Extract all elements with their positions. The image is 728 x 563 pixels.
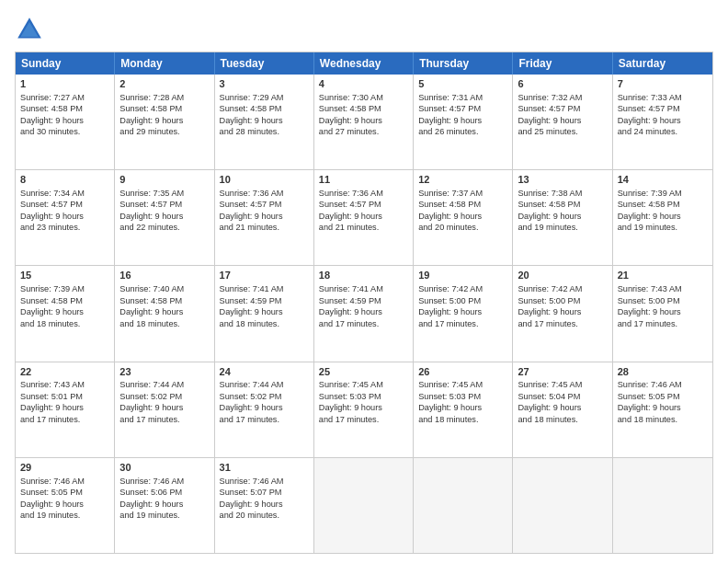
day-info-line: Sunset: 4:58 PM <box>319 103 408 114</box>
calendar-cell-10: 10Sunrise: 7:36 AMSunset: 4:57 PMDayligh… <box>215 170 314 265</box>
day-info-line: Daylight: 9 hours <box>20 402 109 413</box>
day-info-line: and 28 minutes. <box>220 126 309 137</box>
day-number: 28 <box>618 365 708 379</box>
day-info-line: Sunrise: 7:44 AM <box>220 379 309 390</box>
day-info-line: Daylight: 9 hours <box>418 211 507 222</box>
calendar-row-4: 22Sunrise: 7:43 AMSunset: 5:01 PMDayligh… <box>16 362 712 457</box>
day-number: 5 <box>418 77 507 91</box>
calendar-cell-26: 26Sunrise: 7:45 AMSunset: 5:03 PMDayligh… <box>414 362 513 457</box>
calendar-body: 1Sunrise: 7:27 AMSunset: 4:58 PMDaylight… <box>16 75 712 553</box>
weekday-header-thursday: Thursday <box>414 52 513 75</box>
day-number: 1 <box>20 77 109 91</box>
day-info-line: and 17 minutes. <box>220 414 309 425</box>
calendar-cell-empty <box>513 458 612 553</box>
calendar-row-3: 15Sunrise: 7:39 AMSunset: 4:58 PMDayligh… <box>16 265 712 361</box>
day-number: 14 <box>618 173 708 187</box>
day-number: 24 <box>220 365 309 379</box>
day-info-line: Daylight: 9 hours <box>518 115 607 126</box>
calendar-cell-19: 19Sunrise: 7:42 AMSunset: 5:00 PMDayligh… <box>414 266 513 361</box>
day-info-line: Daylight: 9 hours <box>119 211 209 222</box>
calendar-cell-25: 25Sunrise: 7:45 AMSunset: 5:03 PMDayligh… <box>314 362 414 457</box>
calendar-cell-31: 31Sunrise: 7:46 AMSunset: 5:07 PMDayligh… <box>215 458 314 553</box>
day-info-line: Sunset: 5:00 PM <box>518 295 607 306</box>
day-info-line: Sunrise: 7:30 AM <box>319 92 408 103</box>
day-info-line: Daylight: 9 hours <box>319 306 408 317</box>
day-info-line: Sunset: 4:58 PM <box>119 103 209 114</box>
calendar-cell-8: 8Sunrise: 7:34 AMSunset: 4:57 PMDaylight… <box>16 170 115 265</box>
day-info-line: Sunset: 4:58 PM <box>220 103 309 114</box>
day-info-line: Sunset: 5:00 PM <box>418 295 507 306</box>
day-number: 7 <box>618 77 708 91</box>
day-info-line: Sunrise: 7:45 AM <box>418 379 507 390</box>
day-number: 25 <box>319 365 408 379</box>
day-info-line: Daylight: 9 hours <box>220 306 309 317</box>
day-info-line: Daylight: 9 hours <box>220 115 309 126</box>
calendar-cell-23: 23Sunrise: 7:44 AMSunset: 5:02 PMDayligh… <box>115 362 214 457</box>
day-info-line: Daylight: 9 hours <box>220 211 309 222</box>
day-info-line: Daylight: 9 hours <box>319 115 408 126</box>
weekday-header-wednesday: Wednesday <box>314 52 414 75</box>
day-info-line: Daylight: 9 hours <box>319 211 408 222</box>
day-info-line: Sunrise: 7:34 AM <box>20 188 109 199</box>
day-number: 23 <box>119 365 209 379</box>
day-info-line: Daylight: 9 hours <box>618 211 708 222</box>
calendar-cell-5: 5Sunrise: 7:31 AMSunset: 4:57 PMDaylight… <box>414 75 513 169</box>
day-info-line: Sunrise: 7:41 AM <box>220 283 309 294</box>
day-info-line: Sunset: 4:58 PM <box>20 295 109 306</box>
day-number: 20 <box>518 269 607 282</box>
day-info-line: Daylight: 9 hours <box>418 402 507 413</box>
calendar-cell-11: 11Sunrise: 7:36 AMSunset: 4:57 PMDayligh… <box>314 170 414 265</box>
calendar-cell-6: 6Sunrise: 7:32 AMSunset: 4:57 PMDaylight… <box>513 75 612 169</box>
day-info-line: Sunrise: 7:29 AM <box>220 92 309 103</box>
calendar-cell-27: 27Sunrise: 7:45 AMSunset: 5:04 PMDayligh… <box>513 362 612 457</box>
day-info-line: and 19 minutes. <box>119 510 209 521</box>
day-info-line: Sunrise: 7:35 AM <box>119 188 209 199</box>
calendar-cell-20: 20Sunrise: 7:42 AMSunset: 5:00 PMDayligh… <box>513 266 612 361</box>
day-info-line: and 18 minutes. <box>220 318 309 329</box>
day-info-line: Sunset: 4:58 PM <box>518 199 607 210</box>
day-info-line: Sunset: 5:05 PM <box>20 487 109 498</box>
calendar-cell-28: 28Sunrise: 7:46 AMSunset: 5:05 PMDayligh… <box>613 362 712 457</box>
day-info-line: Daylight: 9 hours <box>220 499 309 510</box>
day-info-line: Sunset: 4:59 PM <box>319 295 408 306</box>
day-info-line: Sunset: 4:57 PM <box>319 199 408 210</box>
day-info-line: Sunset: 4:57 PM <box>618 103 708 114</box>
calendar-cell-16: 16Sunrise: 7:40 AMSunset: 4:58 PMDayligh… <box>115 266 214 361</box>
page: SundayMondayTuesdayWednesdayThursdayFrid… <box>0 0 728 563</box>
day-info-line: Sunset: 4:58 PM <box>418 199 507 210</box>
day-info-line: and 18 minutes. <box>418 414 507 425</box>
day-info-line: Sunset: 4:57 PM <box>119 199 209 210</box>
day-info-line: and 17 minutes. <box>20 414 109 425</box>
day-number: 2 <box>119 77 209 91</box>
day-info-line: Sunrise: 7:45 AM <box>319 379 408 390</box>
day-info-line: Sunrise: 7:46 AM <box>618 379 708 390</box>
day-info-line: Sunrise: 7:36 AM <box>220 188 309 199</box>
day-info-line: and 26 minutes. <box>418 126 507 137</box>
day-number: 15 <box>20 269 109 282</box>
calendar-cell-empty <box>613 458 712 553</box>
day-info-line: and 24 minutes. <box>618 126 708 137</box>
day-info-line: Sunrise: 7:42 AM <box>518 283 607 294</box>
day-number: 18 <box>319 269 408 282</box>
day-info-line: Sunrise: 7:44 AM <box>119 379 209 390</box>
day-info-line: and 17 minutes. <box>319 414 408 425</box>
calendar-cell-21: 21Sunrise: 7:43 AMSunset: 5:00 PMDayligh… <box>613 266 712 361</box>
calendar-cell-9: 9Sunrise: 7:35 AMSunset: 4:57 PMDaylight… <box>115 170 214 265</box>
day-info-line: Daylight: 9 hours <box>618 402 708 413</box>
day-info-line: Sunset: 5:04 PM <box>518 391 607 402</box>
calendar-cell-15: 15Sunrise: 7:39 AMSunset: 4:58 PMDayligh… <box>16 266 115 361</box>
calendar-cell-2: 2Sunrise: 7:28 AMSunset: 4:58 PMDaylight… <box>115 75 214 169</box>
calendar-cell-4: 4Sunrise: 7:30 AMSunset: 4:58 PMDaylight… <box>314 75 414 169</box>
day-info-line: Sunrise: 7:31 AM <box>418 92 507 103</box>
day-info-line: Sunrise: 7:41 AM <box>319 283 408 294</box>
day-info-line: Sunset: 5:01 PM <box>20 391 109 402</box>
day-number: 16 <box>119 269 209 282</box>
day-info-line: and 27 minutes. <box>319 126 408 137</box>
day-info-line: Daylight: 9 hours <box>220 402 309 413</box>
day-info-line: Sunset: 5:07 PM <box>220 487 309 498</box>
day-info-line: and 19 minutes. <box>618 222 708 233</box>
day-info-line: Sunrise: 7:46 AM <box>20 476 109 487</box>
day-info-line: and 19 minutes. <box>20 510 109 521</box>
day-info-line: Sunrise: 7:39 AM <box>20 283 109 294</box>
day-info-line: Sunrise: 7:43 AM <box>20 379 109 390</box>
